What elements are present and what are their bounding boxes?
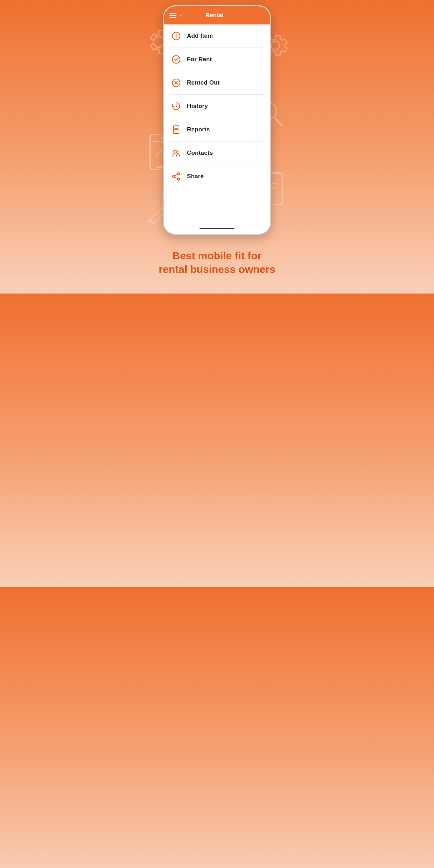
menu-item-add-item[interactable]: Add Item	[169, 24, 265, 48]
for-rent-label: For Rent	[187, 56, 212, 63]
svg-line-22	[176, 106, 177, 107]
svg-point-31	[173, 175, 175, 178]
svg-point-28	[177, 151, 179, 153]
svg-line-32	[175, 174, 178, 176]
svg-point-27	[174, 150, 176, 153]
document-icon	[171, 124, 181, 135]
app-header: ‹ Rental	[164, 6, 270, 24]
menu-list: Add Item For Rent	[164, 24, 270, 188]
svg-line-33	[175, 177, 178, 179]
menu-item-reports[interactable]: Reports	[169, 118, 265, 142]
plus-circle-icon	[171, 31, 181, 41]
menu-item-for-rent[interactable]: For Rent	[169, 48, 265, 71]
history-label: History	[187, 103, 208, 110]
home-indicator[interactable]	[200, 228, 234, 229]
menu-item-contacts[interactable]: Contacts	[169, 142, 265, 165]
menu-item-share[interactable]: Share	[169, 165, 265, 188]
history-icon	[171, 101, 181, 111]
share-icon	[171, 171, 181, 182]
svg-point-30	[178, 178, 180, 180]
menu-item-rented-out[interactable]: Rented Out	[169, 71, 265, 95]
share-label: Share	[187, 173, 204, 180]
svg-point-29	[178, 173, 180, 175]
hamburger-menu-button[interactable]	[169, 13, 176, 18]
rented-out-label: Rented Out	[187, 79, 220, 86]
phone-device: ‹ Rental Add Item	[163, 5, 271, 235]
phone-mockup: ‹ Rental Add Item	[145, 0, 289, 235]
contacts-icon	[171, 148, 181, 158]
add-item-label: Add Item	[187, 32, 213, 39]
contacts-label: Contacts	[187, 150, 213, 157]
phone-screen: ‹ Rental Add Item	[164, 6, 270, 234]
check-circle-icon	[171, 54, 181, 65]
tagline-text: Best mobile fit for rental business owne…	[155, 249, 279, 276]
empty-space	[164, 188, 270, 223]
menu-item-history[interactable]: History	[168, 95, 265, 118]
page-title: Rental	[182, 12, 247, 19]
tagline-section: Best mobile fit for rental business owne…	[145, 235, 289, 294]
reports-label: Reports	[187, 126, 210, 133]
phone-bottom-bar	[164, 223, 270, 234]
x-circle-icon	[171, 78, 181, 88]
